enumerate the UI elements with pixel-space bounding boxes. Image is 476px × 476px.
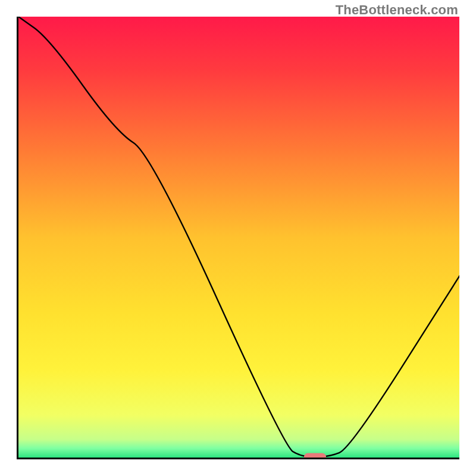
plot-area xyxy=(17,17,459,459)
chart-stage: TheBottleneck.com xyxy=(0,0,476,476)
chart-svg xyxy=(18,17,459,459)
watermark-label: TheBottleneck.com xyxy=(336,2,458,18)
optimal-marker xyxy=(304,453,326,459)
gradient-bg xyxy=(18,17,459,459)
